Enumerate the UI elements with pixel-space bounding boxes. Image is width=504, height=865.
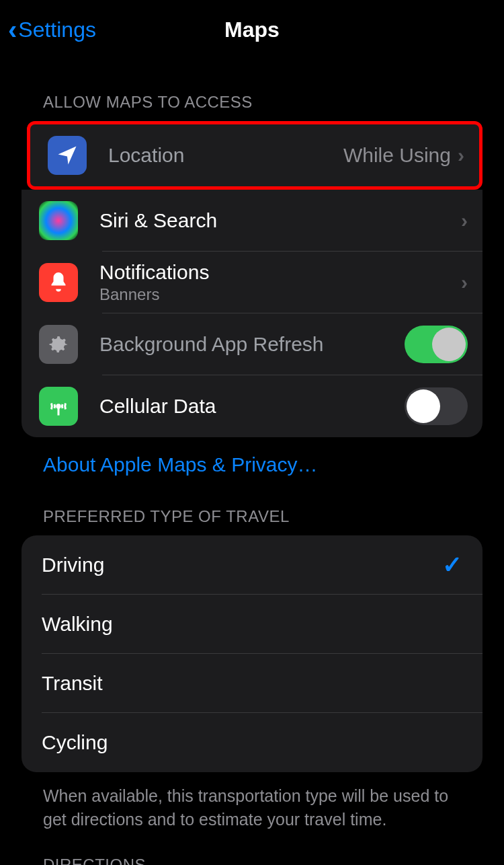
travel-footer: When available, this transportation type… [0, 772, 504, 831]
back-button[interactable]: ‹ Settings [8, 16, 96, 43]
refresh-label: Background App Refresh [99, 333, 405, 356]
background-refresh-toggle[interactable] [405, 326, 468, 363]
highlight-box: Location While Using › [27, 121, 482, 190]
chevron-right-icon: › [458, 144, 464, 167]
chevron-left-icon: ‹ [8, 16, 17, 43]
travel-option-cycling[interactable]: Cycling [22, 713, 482, 772]
back-label: Settings [18, 17, 96, 42]
notifications-label: Notifications [99, 261, 461, 284]
antenna-icon [39, 387, 78, 426]
cellular-toggle[interactable] [405, 387, 468, 425]
row-background-refresh: Background App Refresh [22, 313, 482, 375]
location-icon [48, 136, 87, 175]
travel-option-driving[interactable]: Driving ✓ [22, 535, 482, 595]
row-siri[interactable]: Siri & Search › [22, 190, 482, 252]
chevron-right-icon: › [461, 209, 468, 232]
bell-icon [39, 263, 78, 302]
page-title: Maps [224, 17, 280, 42]
gear-icon [39, 325, 78, 364]
check-icon: ✓ [442, 551, 462, 579]
travel-option-walking[interactable]: Walking [22, 595, 482, 654]
travel-group: Driving ✓ Walking Transit Cycling [22, 535, 482, 772]
travel-option-transit[interactable]: Transit [22, 654, 482, 713]
privacy-link[interactable]: About Apple Maps & Privacy… [0, 437, 504, 483]
cellular-label: Cellular Data [99, 395, 405, 418]
location-value: While Using [343, 144, 451, 167]
siri-label: Siri & Search [99, 209, 461, 232]
row-notifications[interactable]: Notifications Banners › [22, 252, 482, 313]
chevron-right-icon: › [461, 271, 468, 294]
notifications-sublabel: Banners [99, 285, 461, 304]
row-location[interactable]: Location While Using › [30, 124, 479, 186]
section-header-access: ALLOW MAPS TO ACCESS [0, 59, 504, 121]
navbar: ‹ Settings Maps [0, 0, 504, 59]
siri-icon [39, 201, 78, 240]
section-header-travel: PREFERRED TYPE OF TRAVEL [0, 483, 504, 535]
section-header-directions: DIRECTIONS [0, 831, 504, 865]
row-cellular: Cellular Data [22, 375, 482, 437]
location-label: Location [108, 144, 343, 167]
